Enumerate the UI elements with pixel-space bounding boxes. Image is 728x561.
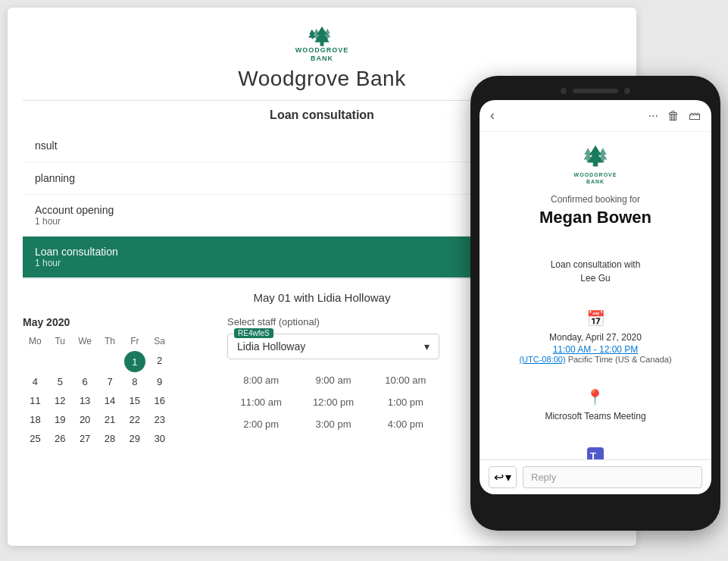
cal-day-1[interactable]: 1 [124, 351, 145, 372]
staff-selected-name: Lidia Holloway [237, 340, 305, 353]
teams-detail: T Join Teams meeting [555, 447, 636, 459]
service-duration-account: 1 hour [35, 216, 114, 227]
mini-calendar: May 2020 Mo Tu We Th Fr Sa [23, 316, 197, 448]
booking-timezone: (UTC-08:00) Pacific Time (US & Canada) [519, 355, 671, 364]
phone-speaker [573, 89, 618, 93]
camera-dot-1 [561, 88, 567, 94]
phone-content: WOODGROVEBANK Confirmed booking for Mega… [480, 132, 711, 459]
staff-section: Select staff (optional) RE4wfeS Lidia Ho… [227, 316, 439, 448]
cal-days-header: Mo Tu We Th Fr Sa [23, 334, 197, 348]
phone-logo-text: WOODGROVEBANK [574, 171, 617, 185]
reply-back-icon: ↩ [494, 470, 504, 484]
cal-day-2[interactable]: 2 [147, 351, 172, 372]
reply-arrow-button[interactable]: ↩ ▾ [489, 466, 517, 488]
day-th: Th [98, 334, 123, 348]
service-name-consult: nsult [35, 139, 58, 152]
time-slots: 8:00 am 9:00 am 10:00 am 11:00 am 12:00 … [227, 371, 439, 433]
location-label: Microsoft Teams Meeting [545, 409, 645, 423]
time-slot-10am[interactable]: 10:00 am [372, 371, 439, 389]
timezone-abbr: (UTC-08:00) [519, 355, 565, 364]
chevron-down-icon: ▾ [424, 340, 430, 353]
bank-logo: WOODGROVEBANK [299, 26, 345, 64]
phone-camera-bar [480, 88, 711, 94]
location-detail: 📍 Microsoft Teams Meeting [545, 388, 645, 423]
more-options-icon[interactable]: ··· [648, 109, 658, 123]
svg-marker-1 [308, 30, 315, 39]
service-name-account: Account opening [35, 204, 114, 216]
service-duration-loan: 1 hour [35, 258, 118, 268]
cal-day-5[interactable]: 5 [48, 372, 73, 391]
camera-dot-2 [624, 88, 630, 94]
service-name-loan: Loan consultation [35, 246, 118, 258]
day-fr: Fr [122, 334, 147, 348]
location-pin-icon: 📍 [586, 388, 605, 406]
service-detail: Loan consultation with Lee Gu [551, 258, 641, 285]
time-slot-12pm[interactable]: 12:00 pm [299, 393, 367, 411]
time-slot-2pm[interactable]: 2:00 pm [227, 415, 295, 433]
time-slot-11am[interactable]: 11:00 am [227, 393, 295, 411]
staff-dropdown[interactable]: RE4wfeS Lidia Holloway ▾ [227, 334, 439, 359]
staff-tag: RE4wfeS [234, 328, 273, 338]
time-slot-9am[interactable]: 9:00 am [299, 371, 367, 389]
delete-icon[interactable]: 🗑 [667, 109, 680, 123]
day-sa: Sa [147, 334, 172, 348]
time-slot-8am[interactable]: 8:00 am [227, 371, 295, 389]
booking-name: Megan Bowen [539, 208, 651, 227]
phone-bank-logo: WOODGROVEBANK [574, 144, 617, 185]
phone-topbar: ‹ ··· 🗑 🗃 [480, 100, 711, 132]
bank-display-name: Woodgrove Bank [238, 67, 405, 91]
cal-week-4: 18 19 20 21 22 23 [23, 410, 197, 429]
phone-screen: ‹ ··· 🗑 🗃 [480, 100, 711, 494]
cal-week-2: 4 5 6 7 8 9 [23, 372, 197, 391]
teams-icon: T [587, 447, 604, 459]
phone-outer: ‹ ··· 🗑 🗃 [470, 76, 720, 531]
cal-week-5: 25 26 27 28 29 30 [23, 429, 197, 448]
booking-time[interactable]: 11:00 AM - 12:00 PM [553, 344, 639, 355]
cal-grid: Mo Tu We Th Fr Sa 1 2 [23, 334, 197, 448]
month-label: May 2020 [23, 316, 197, 328]
day-tu: Tu [48, 334, 73, 348]
reply-bar: ↩ ▾ Reply [480, 459, 711, 494]
cal-day-4[interactable]: 4 [23, 372, 48, 391]
reply-input[interactable]: Reply [523, 466, 702, 488]
time-slot-1pm[interactable]: 1:00 pm [372, 393, 439, 411]
day-we: We [73, 334, 98, 348]
timezone-full: Pacific Time (US & Canada) [568, 355, 672, 364]
phone-action-buttons: ··· 🗑 🗃 [648, 109, 701, 123]
service-line2: Lee Gu [580, 271, 610, 285]
confirmed-text: Confirmed booking for [551, 194, 640, 205]
booking-date: Monday, April 27, 2020 [549, 331, 642, 344]
cal-day-9[interactable]: 9 [147, 372, 172, 391]
service-name-planning: planning [35, 172, 75, 184]
bank-logo-text: WOODGROVEBANK [295, 46, 349, 64]
cal-day-7[interactable]: 7 [98, 372, 123, 391]
archive-icon[interactable]: 🗃 [689, 109, 701, 123]
cal-week-1: 1 2 [23, 351, 197, 372]
cal-day-8[interactable]: 8 [122, 372, 147, 391]
phone-container: ‹ ··· 🗑 🗃 [470, 76, 720, 531]
service-line1: Loan consultation with [551, 258, 641, 271]
staff-label: Select staff (optional) [227, 316, 439, 328]
cal-day-6[interactable]: 6 [73, 372, 98, 391]
day-mo: Mo [23, 334, 48, 348]
date-time-detail: 📅 Monday, April 27, 2020 11:00 AM - 12:0… [519, 309, 671, 364]
time-slot-3pm[interactable]: 3:00 pm [299, 415, 367, 433]
svg-text:T: T [590, 450, 596, 459]
back-icon[interactable]: ‹ [490, 108, 495, 124]
cal-week-3: 11 12 13 14 15 16 [23, 391, 197, 410]
time-slot-4pm[interactable]: 4:00 pm [372, 415, 439, 433]
calendar-icon: 📅 [586, 309, 605, 328]
chevron-down-icon: ▾ [505, 470, 511, 484]
